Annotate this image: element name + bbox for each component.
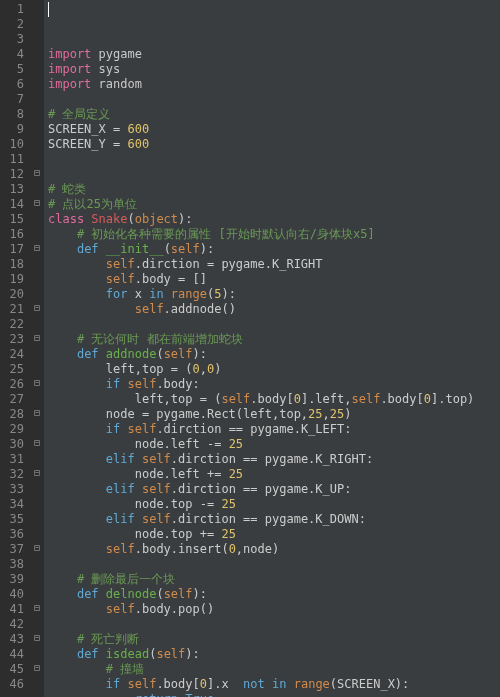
code-line[interactable]: self.body.insert(0,node) <box>48 542 500 557</box>
code-line[interactable]: left,top = (self.body[0].left,self.body[… <box>48 392 500 407</box>
code-line[interactable] <box>48 557 500 572</box>
line-number: 13 <box>2 182 24 197</box>
fold-marker[interactable]: ⊟ <box>30 195 44 210</box>
code-line[interactable]: # 点以25为单位 <box>48 197 500 212</box>
line-number: 28 <box>2 407 24 422</box>
fold-marker <box>30 0 44 15</box>
code-line[interactable]: # 删除最后一个块 <box>48 572 500 587</box>
line-number: 1 <box>2 2 24 17</box>
line-number: 29 <box>2 422 24 437</box>
code-line[interactable]: self.body.pop() <box>48 602 500 617</box>
code-line[interactable] <box>48 152 500 167</box>
code-line[interactable]: self.body = [] <box>48 272 500 287</box>
code-line[interactable]: left,top = (0,0) <box>48 362 500 377</box>
code-editor[interactable]: 1234567891011121314151617181920212223242… <box>0 0 500 697</box>
line-number: 38 <box>2 557 24 572</box>
fold-marker[interactable]: ⊟ <box>30 375 44 390</box>
code-line[interactable]: self.dirction = pygame.K_RIGHT <box>48 257 500 272</box>
fold-marker <box>30 120 44 135</box>
fold-marker[interactable]: ⊟ <box>30 540 44 555</box>
code-line[interactable] <box>48 167 500 182</box>
fold-marker <box>30 525 44 540</box>
code-line[interactable]: node.top -= 25 <box>48 497 500 512</box>
code-line[interactable]: import pygame <box>48 47 500 62</box>
line-number: 4 <box>2 47 24 62</box>
line-number: 39 <box>2 572 24 587</box>
code-line[interactable]: def __init__(self): <box>48 242 500 257</box>
code-line[interactable]: # 蛇类 <box>48 182 500 197</box>
fold-marker[interactable]: ⊟ <box>30 165 44 180</box>
code-line[interactable]: elif self.dirction == pygame.K_DOWN: <box>48 512 500 527</box>
fold-marker <box>30 480 44 495</box>
fold-marker[interactable]: ⊟ <box>30 600 44 615</box>
line-number: 31 <box>2 452 24 467</box>
fold-marker <box>30 255 44 270</box>
line-number: 45 <box>2 662 24 677</box>
fold-marker <box>30 555 44 570</box>
code-line[interactable]: node.left += 25 <box>48 467 500 482</box>
code-line[interactable]: elif self.dirction == pygame.K_UP: <box>48 482 500 497</box>
code-line[interactable] <box>48 317 500 332</box>
fold-marker <box>30 30 44 45</box>
fold-marker[interactable]: ⊟ <box>30 240 44 255</box>
code-line[interactable]: self.addnode() <box>48 302 500 317</box>
code-line[interactable]: # 全局定义 <box>48 107 500 122</box>
code-line[interactable]: class Snake(object): <box>48 212 500 227</box>
line-number: 44 <box>2 647 24 662</box>
fold-marker[interactable]: ⊟ <box>30 405 44 420</box>
line-number: 22 <box>2 317 24 332</box>
fold-marker <box>30 270 44 285</box>
code-area[interactable]: import pygameimport sysimport random# 全局… <box>44 0 500 697</box>
line-number: 8 <box>2 107 24 122</box>
code-line[interactable]: # 死亡判断 <box>48 632 500 647</box>
fold-marker[interactable]: ⊟ <box>30 465 44 480</box>
code-line[interactable]: import sys <box>48 62 500 77</box>
line-number: 5 <box>2 62 24 77</box>
line-number: 41 <box>2 602 24 617</box>
code-line[interactable]: def addnode(self): <box>48 347 500 362</box>
line-number: 15 <box>2 212 24 227</box>
code-line[interactable] <box>48 617 500 632</box>
fold-marker[interactable]: ⊟ <box>30 330 44 345</box>
fold-marker <box>30 150 44 165</box>
code-line[interactable]: # 初始化各种需要的属性 [开始时默认向右/身体块x5] <box>48 227 500 242</box>
code-line[interactable]: def isdead(self): <box>48 647 500 662</box>
code-line[interactable]: SCREEN_Y = 600 <box>48 137 500 152</box>
fold-marker[interactable]: ⊟ <box>30 660 44 675</box>
code-line[interactable]: SCREEN_X = 600 <box>48 122 500 137</box>
code-line[interactable]: import random <box>48 77 500 92</box>
line-number: 16 <box>2 227 24 242</box>
code-line[interactable]: # 无论何时 都在前端增加蛇块 <box>48 332 500 347</box>
fold-gutter[interactable]: ⊟⊟⊟⊟⊟⊟⊟⊟⊟⊟⊟⊟⊟ <box>30 0 44 697</box>
fold-marker <box>30 45 44 60</box>
line-number: 12 <box>2 167 24 182</box>
code-line[interactable]: node.top += 25 <box>48 527 500 542</box>
code-line[interactable]: elif self.dirction == pygame.K_RIGHT: <box>48 452 500 467</box>
fold-marker <box>30 570 44 585</box>
line-number: 40 <box>2 587 24 602</box>
fold-marker <box>30 675 44 690</box>
code-line[interactable]: def delnode(self): <box>48 587 500 602</box>
code-line[interactable]: if self.body[0].x not in range(SCREEN_X)… <box>48 677 500 692</box>
text-cursor <box>48 2 49 17</box>
fold-marker[interactable]: ⊟ <box>30 630 44 645</box>
code-line[interactable]: node.left -= 25 <box>48 437 500 452</box>
fold-marker[interactable]: ⊟ <box>30 435 44 450</box>
code-line[interactable]: if self.dirction == pygame.K_LEFT: <box>48 422 500 437</box>
line-number: 9 <box>2 122 24 137</box>
fold-marker <box>30 60 44 75</box>
line-number: 36 <box>2 527 24 542</box>
fold-marker <box>30 315 44 330</box>
fold-marker <box>30 390 44 405</box>
fold-marker[interactable]: ⊟ <box>30 300 44 315</box>
line-number: 14 <box>2 197 24 212</box>
code-line[interactable] <box>48 92 500 107</box>
code-line[interactable]: # 撞墙 <box>48 662 500 677</box>
line-number: 46 <box>2 677 24 692</box>
code-line[interactable]: if self.body: <box>48 377 500 392</box>
code-line[interactable]: node = pygame.Rect(left,top,25,25) <box>48 407 500 422</box>
code-line[interactable]: return True <box>48 692 500 697</box>
fold-marker <box>30 105 44 120</box>
fold-marker <box>30 615 44 630</box>
code-line[interactable]: for x in range(5): <box>48 287 500 302</box>
